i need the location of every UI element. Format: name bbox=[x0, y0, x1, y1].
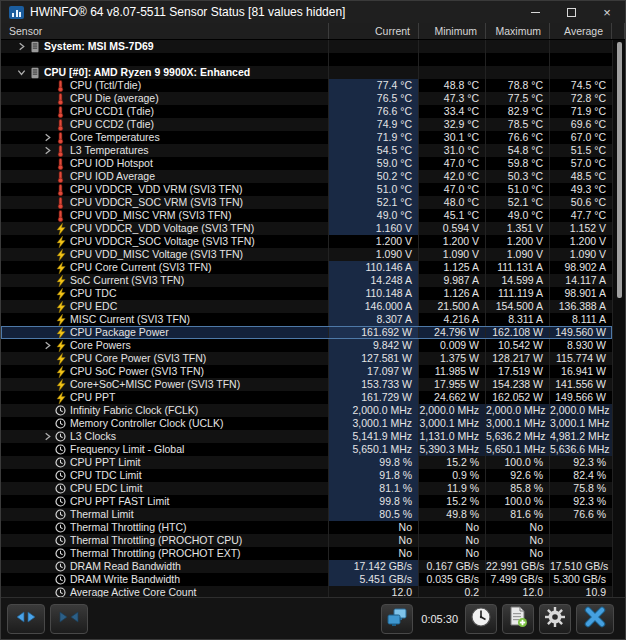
sensor-row[interactable]: CPU CCD2 (Tdie)74.9 °C32.9 °C78.5 °C69.6… bbox=[1, 118, 612, 131]
vertical-scrollbar[interactable] bbox=[612, 40, 625, 597]
average-value bbox=[550, 53, 612, 66]
sensor-row[interactable]: CPU PPT161.729 W24.662 W162.052 W149.566… bbox=[1, 391, 612, 404]
sensor-row[interactable]: Average Active Core Count12.00.212.010.9 bbox=[1, 586, 612, 597]
chevron-right-icon[interactable] bbox=[40, 133, 54, 142]
sensor-cell: CPU TDC bbox=[1, 287, 329, 300]
sensor-row[interactable]: L3 Temperatures54.5 °C31.0 °C54.8 °C51.5… bbox=[1, 144, 612, 157]
sensor-row[interactable]: Thermal Throttling (HTC)NoNoNo bbox=[1, 521, 612, 534]
sensor-row[interactable]: CPU PPT Limit99.8 %15.2 %100.0 %92.3 % bbox=[1, 456, 612, 469]
settings-button[interactable] bbox=[539, 604, 571, 634]
sensor-label: CPU TDC bbox=[67, 287, 116, 300]
column-header-current[interactable]: Current bbox=[329, 23, 419, 39]
minimum-value: 15.2 % bbox=[419, 456, 486, 469]
column-header-sensor[interactable]: Sensor bbox=[1, 23, 329, 39]
minimize-button[interactable] bbox=[517, 1, 553, 23]
chevron-right-icon[interactable] bbox=[40, 341, 54, 350]
sensor-row[interactable]: Memory Controller Clock (UCLK)3,000.1 MH… bbox=[1, 417, 612, 430]
sensor-label: CPU [#0]: AMD Ryzen 9 9900X: Enhanced bbox=[41, 66, 250, 79]
average-value: 76.6 % bbox=[550, 508, 612, 521]
sensor-group-row[interactable]: System: MSI MS-7D69 bbox=[1, 40, 612, 53]
sensor-row[interactable]: MISC Current (SVI3 TFN)8.307 A4.216 A8.3… bbox=[1, 313, 612, 326]
column-header-average[interactable]: Average bbox=[550, 23, 612, 39]
current-value: 99.8 % bbox=[329, 456, 419, 469]
sensor-row[interactable]: SoC Current (SVI3 TFN)14.248 A9.987 A14.… bbox=[1, 274, 612, 287]
current-value: 76.5 °C bbox=[329, 92, 419, 105]
maximum-value bbox=[486, 66, 550, 79]
column-header-minimum[interactable]: Minimum bbox=[419, 23, 486, 39]
sensor-row[interactable]: CPU TDC Limit91.8 %0.9 %92.6 %82.4 % bbox=[1, 469, 612, 482]
sensor-label: MISC Current (SVI3 TFN) bbox=[67, 313, 190, 326]
sensor-row[interactable]: CPU Core Current (SVI3 TFN)110.146 A1.12… bbox=[1, 261, 612, 274]
sensor-row[interactable]: Core Temperatures71.9 °C30.1 °C76.6 °C67… bbox=[1, 131, 612, 144]
expand-columns-button[interactable] bbox=[7, 604, 45, 634]
sensor-label: CPU PPT FAST Limit bbox=[67, 495, 169, 508]
sensor-row[interactable]: Thermal Limit80.5 %49.8 %81.6 %76.6 % bbox=[1, 508, 612, 521]
sensor-row[interactable]: CPU SoC Power (SVI3 TFN)17.097 W11.985 W… bbox=[1, 365, 612, 378]
remote-monitoring-button[interactable] bbox=[381, 604, 413, 634]
sensor-row[interactable]: Core Powers9.842 W0.009 W10.542 W8.930 W bbox=[1, 339, 612, 352]
close-sensors-button[interactable] bbox=[576, 604, 614, 634]
sensor-row[interactable]: CPU CCD1 (Tdie)76.6 °C33.4 °C82.9 °C71.9… bbox=[1, 105, 612, 118]
clock-timer-button[interactable] bbox=[465, 604, 497, 634]
sensor-row[interactable]: Thermal Throttling (PROCHOT EXT)NoNoNo bbox=[1, 547, 612, 560]
current-value: 153.733 W bbox=[329, 378, 419, 391]
maximum-value: 128.217 W bbox=[486, 352, 550, 365]
sensor-row[interactable]: CPU VDD_MISC VRM (SVI3 TFN)49.0 °C45.1 °… bbox=[1, 209, 612, 222]
chevron-down-icon[interactable] bbox=[14, 68, 28, 77]
sensor-row[interactable]: CPU IOD Average50.2 °C42.0 °C50.3 °C48.5… bbox=[1, 170, 612, 183]
current-value: 161.692 W bbox=[329, 326, 419, 339]
sensor-row[interactable]: CPU VDDCR_VDD VRM (SVI3 TFN)51.0 °C47.0 … bbox=[1, 183, 612, 196]
sensor-row[interactable]: CPU (Tctl/Tdie)77.4 °C48.8 °C78.8 °C74.5… bbox=[1, 79, 612, 92]
logging-report-button[interactable] bbox=[502, 604, 534, 634]
sensor-label: CPU CCD2 (Tdie) bbox=[67, 118, 154, 131]
chevron-right-icon[interactable] bbox=[14, 42, 28, 51]
column-header-maximum[interactable]: Maximum bbox=[486, 23, 550, 39]
chevron-right-icon[interactable] bbox=[40, 146, 54, 155]
sensor-row[interactable]: CPU TDC110.148 A1.126 A111.119 A98.901 A bbox=[1, 287, 612, 300]
sensor-row[interactable]: CPU VDD_MISC Voltage (SVI3 TFN)1.090 V1.… bbox=[1, 248, 612, 261]
sensor-cell bbox=[1, 53, 329, 66]
sensor-row[interactable]: CPU Package Power161.692 W24.796 W162.10… bbox=[1, 326, 612, 339]
sensor-row[interactable]: CPU VDDCR_SOC VRM (SVI3 TFN)52.1 °C48.0 … bbox=[1, 196, 612, 209]
average-value: 1.090 V bbox=[550, 248, 612, 261]
sensor-row[interactable]: Infinity Fabric Clock (FCLK)2,000.0 MHz2… bbox=[1, 404, 612, 417]
sensor-label: Core+SoC+MISC Power (SVI3 TFN) bbox=[67, 378, 240, 391]
sensor-row[interactable]: Thermal Throttling (PROCHOT CPU)NoNoNo bbox=[1, 534, 612, 547]
thermometer-icon bbox=[54, 197, 67, 209]
sensor-group-row[interactable]: CPU [#0]: AMD Ryzen 9 9900X: Enhanced bbox=[1, 66, 612, 79]
lightning-icon bbox=[54, 392, 67, 404]
average-value: 82.4 % bbox=[550, 469, 612, 482]
sensor-cell: CPU IOD Average bbox=[1, 170, 329, 183]
clock-icon bbox=[54, 574, 67, 585]
sensor-label: CPU VDD_MISC Voltage (SVI3 TFN) bbox=[67, 248, 243, 261]
sensor-row[interactable]: DRAM Read Bandwidth17.142 GB/s0.167 GB/s… bbox=[1, 560, 612, 573]
chevron-right-icon[interactable] bbox=[40, 432, 54, 441]
sensor-row[interactable]: Frequency Limit - Global5,650.1 MHz5,390… bbox=[1, 443, 612, 456]
minimum-value: 17.955 W bbox=[419, 378, 486, 391]
lightning-icon bbox=[54, 301, 67, 313]
sensor-row[interactable]: CPU Die (average)76.5 °C47.3 °C77.5 °C72… bbox=[1, 92, 612, 105]
sensor-row[interactable]: CPU Core Power (SVI3 TFN)127.581 W1.375 … bbox=[1, 352, 612, 365]
sensor-row[interactable]: Core+SoC+MISC Power (SVI3 TFN)153.733 W1… bbox=[1, 378, 612, 391]
sensor-cell: Core+SoC+MISC Power (SVI3 TFN) bbox=[1, 378, 329, 391]
sensor-row[interactable]: CPU VDDCR_SOC Voltage (SVI3 TFN)1.200 V1… bbox=[1, 235, 612, 248]
sensor-row[interactable]: CPU EDC Limit81.1 %11.9 %85.8 %75.8 % bbox=[1, 482, 612, 495]
thermometer-icon bbox=[54, 93, 67, 105]
sensor-label: Thermal Throttling (PROCHOT CPU) bbox=[67, 534, 242, 547]
sensor-row[interactable]: L3 Clocks5,141.9 MHz1,131.0 MHz5,636.2 M… bbox=[1, 430, 612, 443]
maximize-button[interactable] bbox=[553, 1, 589, 23]
maximum-value: 111.119 A bbox=[486, 287, 550, 300]
sensor-row[interactable]: DRAM Write Bandwidth5.451 GB/s0.035 GB/s… bbox=[1, 573, 612, 586]
sensor-row[interactable]: CPU EDC146.000 A21.500 A154.500 A136.388… bbox=[1, 300, 612, 313]
current-value bbox=[329, 66, 419, 79]
sensor-row[interactable]: CPU PPT FAST Limit99.8 %15.2 %100.0 %92.… bbox=[1, 495, 612, 508]
sensor-row[interactable]: CPU IOD Hotspot59.0 °C47.0 °C59.8 °C57.0… bbox=[1, 157, 612, 170]
scrollbar-thumb[interactable] bbox=[617, 42, 622, 298]
sensor-row[interactable]: CPU VDDCR_VDD Voltage (SVI3 TFN)1.160 V0… bbox=[1, 222, 612, 235]
clock-icon bbox=[54, 418, 67, 429]
close-button[interactable]: × bbox=[589, 1, 625, 23]
sensor-cell: Thermal Throttling (HTC) bbox=[1, 521, 329, 534]
lightning-icon bbox=[54, 236, 67, 248]
collapse-columns-button[interactable] bbox=[50, 604, 88, 634]
thermometer-icon bbox=[54, 145, 67, 157]
